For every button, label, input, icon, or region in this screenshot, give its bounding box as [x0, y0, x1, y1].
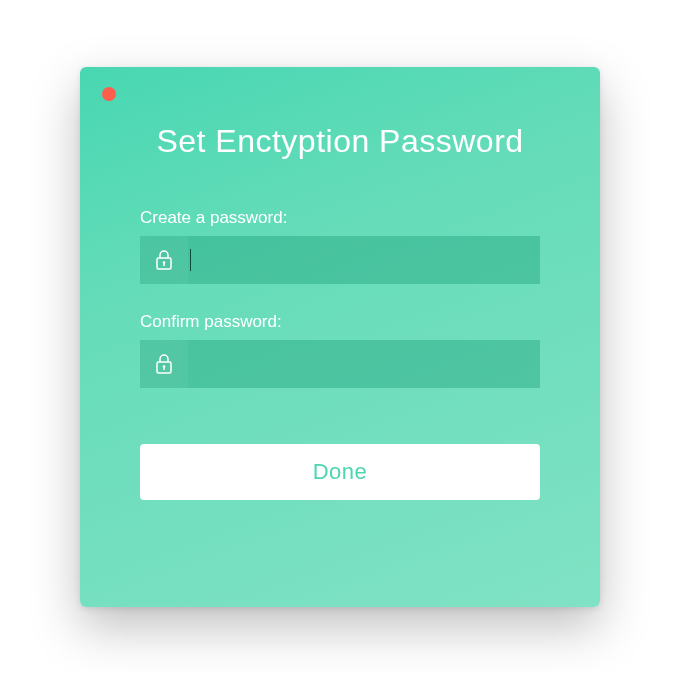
confirm-password-input[interactable] [188, 340, 540, 388]
encryption-password-window: Set Enctyption Password Create a passwor… [80, 67, 600, 607]
done-button[interactable]: Done [140, 444, 540, 500]
confirm-password-group: Confirm password: [140, 312, 540, 388]
lock-icon [140, 340, 188, 388]
window-title: Set Enctyption Password [80, 123, 600, 160]
create-password-row [140, 236, 540, 284]
create-password-label: Create a password: [140, 208, 540, 228]
confirm-password-row [140, 340, 540, 388]
close-button[interactable] [102, 87, 116, 101]
create-password-input[interactable] [191, 236, 540, 284]
create-password-group: Create a password: [140, 208, 540, 284]
lock-icon [140, 236, 188, 284]
confirm-password-label: Confirm password: [140, 312, 540, 332]
form-area: Create a password: Confirm password: [80, 208, 600, 500]
